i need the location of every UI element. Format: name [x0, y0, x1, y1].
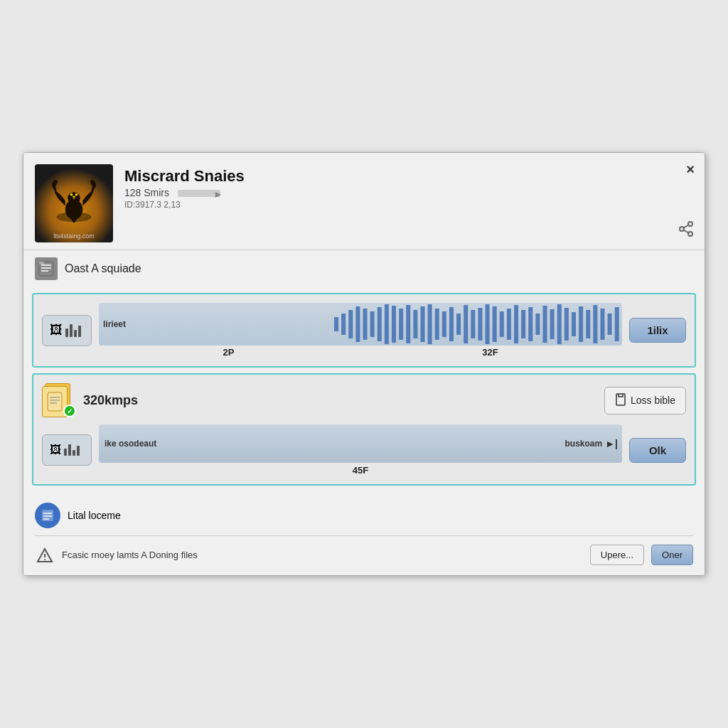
svg-rect-28 [421, 306, 425, 342]
waveform2-display: ike osodeaut buskoam ►| [99, 424, 622, 463]
panel1-action-button[interactable]: 1ilix [629, 318, 686, 343]
footer-row: Fcasic rnoey lamts A Doning files Upere.… [35, 539, 693, 568]
svg-rect-54 [608, 314, 612, 335]
lital-row: Lital loceme [35, 498, 693, 532]
bar-icon-2 [64, 444, 80, 456]
svg-rect-49 [572, 312, 576, 336]
svg-rect-53 [601, 309, 605, 340]
wf2-left-label: ike osodeaut [105, 439, 156, 449]
svg-rect-33 [456, 314, 461, 335]
footer-text: Fcasic rnoey lamts A Doning files [62, 550, 583, 560]
section1-title: Oast A squiade [65, 262, 141, 275]
waveform-display: lirieet [99, 303, 622, 346]
waveform-area: lirieet [99, 303, 622, 358]
main-window: lts4staing.com Miscrard Snaies 128 Smirs… [23, 152, 705, 576]
svg-rect-44 [536, 314, 540, 335]
panel2-left: ✓ 320kmps [42, 383, 138, 417]
svg-point-7 [688, 232, 692, 236]
panel2-ok-button[interactable]: Olk [629, 438, 686, 463]
lital-label: Lital loceme [68, 510, 121, 521]
upere-button[interactable]: Upere... [590, 545, 644, 565]
svg-rect-22 [378, 307, 382, 341]
svg-rect-50 [579, 306, 583, 342]
divider [35, 535, 693, 536]
wf2-arrow-icon: ►| [605, 438, 618, 449]
track-title: Miscrard Snaies [124, 167, 693, 186]
file-icon: ✓ [42, 383, 76, 417]
section1-header: Oast A squiade [23, 250, 705, 287]
svg-rect-31 [442, 311, 446, 337]
svg-rect-38 [493, 306, 497, 342]
waveform2-markers: 45F [99, 465, 622, 476]
svg-rect-30 [435, 309, 439, 340]
header: lts4staing.com Miscrard Snaies 128 Smirs… [23, 153, 705, 250]
bottom-section: Lital loceme Fcasic rnoey lamts A Doning… [23, 491, 705, 575]
loss-bible-icon [615, 393, 626, 408]
svg-point-67 [44, 559, 46, 560]
svg-rect-47 [557, 304, 562, 344]
media-button[interactable]: 🖼 [42, 315, 92, 346]
check-badge: ✓ [63, 405, 76, 417]
waveform-markers: 2P 32F [99, 346, 622, 358]
bitrate-label: 320kmps [83, 393, 138, 408]
svg-rect-27 [414, 310, 418, 338]
svg-point-4 [75, 193, 78, 196]
svg-rect-43 [528, 307, 532, 341]
waveform-row: 🖼 lirieet [42, 303, 686, 358]
svg-rect-20 [363, 309, 368, 340]
svg-rect-32 [449, 307, 454, 341]
lital-icon [35, 503, 60, 528]
svg-rect-39 [500, 311, 504, 337]
svg-rect-35 [471, 310, 475, 338]
svg-point-6 [680, 227, 684, 231]
svg-rect-26 [406, 305, 410, 343]
track-id: ID:3917.3 2,13 [124, 200, 693, 210]
svg-rect-45 [543, 306, 547, 343]
svg-rect-51 [586, 310, 590, 338]
svg-rect-29 [428, 304, 432, 344]
svg-line-8 [684, 230, 689, 233]
svg-rect-16 [334, 317, 338, 331]
svg-rect-14 [39, 262, 44, 264]
panel2-top-row: ✓ 320kmps Loss bible [42, 383, 686, 417]
svg-rect-42 [521, 310, 525, 338]
artwork-label: lts4staing.com [35, 232, 113, 240]
media-button-2[interactable]: 🖼 [42, 434, 92, 466]
svg-rect-41 [514, 305, 518, 343]
loss-bible-label: Loss bible [631, 395, 675, 406]
marker-2p: 2P [223, 347, 234, 358]
svg-point-3 [70, 193, 73, 196]
header-info: Miscrard Snaies 128 Smirs ► ID:3917.3 2,… [124, 164, 693, 210]
section1-icon [35, 257, 58, 280]
warning-icon [35, 545, 55, 565]
track-sub: 128 Smirs ► [124, 187, 693, 198]
svg-rect-40 [507, 309, 511, 340]
share-icon[interactable] [678, 220, 695, 241]
svg-rect-56 [48, 392, 62, 411]
svg-rect-46 [550, 309, 555, 339]
svg-rect-25 [399, 309, 403, 340]
bar-icon [65, 324, 81, 337]
svg-rect-48 [564, 308, 569, 341]
artwork: lts4staing.com [35, 164, 113, 242]
svg-point-5 [688, 222, 692, 226]
svg-rect-37 [486, 304, 490, 344]
svg-rect-17 [341, 314, 346, 335]
svg-rect-19 [356, 306, 360, 342]
svg-rect-23 [385, 304, 389, 344]
svg-rect-60 [616, 394, 625, 405]
svg-rect-24 [392, 306, 396, 343]
wf2-right-label: buskoam ►| [565, 438, 618, 449]
svg-rect-52 [594, 305, 598, 343]
close-button[interactable]: × [686, 161, 695, 178]
svg-rect-36 [478, 308, 483, 341]
svg-line-9 [684, 225, 689, 228]
loss-bible-button[interactable]: Loss bible [604, 387, 686, 414]
panel2-bottom-row: 🖼 ike osodeaut buskoam ►| [42, 424, 686, 476]
waveform-left-label: lirieet [103, 319, 126, 329]
oner-button[interactable]: Oner [651, 545, 693, 565]
panel2: ✓ 320kmps Loss bible 🖼 [32, 373, 696, 486]
marker-32f: 32F [482, 347, 498, 358]
waveform2-area: ike osodeaut buskoam ►| 45F [99, 424, 622, 476]
svg-rect-55 [615, 307, 619, 341]
